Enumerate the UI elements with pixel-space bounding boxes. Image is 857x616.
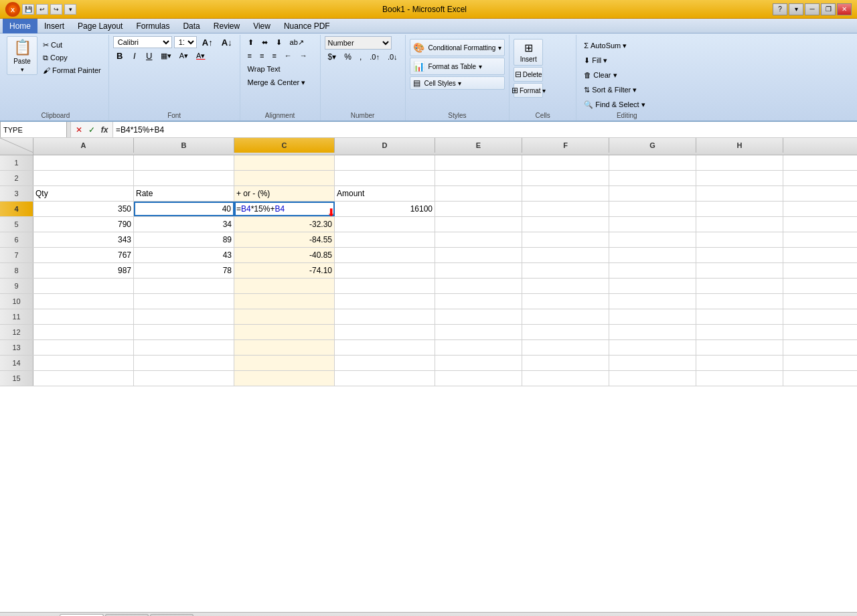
col-header-a[interactable]: A <box>33 138 134 153</box>
cell-f7[interactable] <box>522 248 609 262</box>
row-num-11[interactable]: 11 <box>0 309 33 324</box>
cell-b15[interactable] <box>134 371 234 386</box>
currency-btn[interactable]: $▾ <box>325 51 340 63</box>
cell-a4[interactable]: 350 <box>33 202 134 216</box>
cell-e15[interactable] <box>435 371 522 386</box>
cell-e4[interactable] <box>435 202 522 216</box>
row-num-13[interactable]: 13 <box>0 340 33 355</box>
cell-b6[interactable]: 89 <box>134 232 234 247</box>
cell-c3[interactable]: + or - (%) <box>234 186 335 201</box>
align-center-btn[interactable]: ≡ <box>256 50 267 62</box>
cell-a15[interactable] <box>33 371 134 386</box>
row-num-4[interactable]: 4 <box>0 202 33 216</box>
font-color-button[interactable]: A▾ <box>193 50 208 62</box>
cell-styles-btn[interactable]: ▤ Cell Styles ▾ <box>410 76 505 90</box>
cell-c1[interactable] <box>234 155 335 170</box>
cell-h8[interactable] <box>696 263 783 278</box>
cell-a13[interactable] <box>33 340 134 355</box>
cell-g7[interactable] <box>609 248 696 262</box>
cell-b1[interactable] <box>134 155 234 170</box>
cell-d1[interactable] <box>335 155 435 170</box>
row-num-9[interactable]: 9 <box>0 279 33 293</box>
row-num-14[interactable]: 14 <box>0 356 33 370</box>
cell-c14[interactable] <box>234 356 335 370</box>
menu-page-layout[interactable]: Page Layout <box>71 19 129 33</box>
cell-c13[interactable] <box>234 340 335 355</box>
cell-f2[interactable] <box>522 171 609 185</box>
insert-btn[interactable]: ⊞ Insert <box>514 39 543 66</box>
cell-a11[interactable] <box>33 309 134 324</box>
align-left-btn[interactable]: ≡ <box>244 50 255 62</box>
cell-b11[interactable] <box>134 309 234 324</box>
ribbon-toggle-btn[interactable]: ▾ <box>789 3 803 15</box>
delete-btn[interactable]: ⊟ Delete <box>514 67 543 82</box>
cell-a12[interactable] <box>33 325 134 339</box>
format-as-table-btn[interactable]: 📊 Format as Table ▾ <box>410 58 505 75</box>
row-num-2[interactable]: 2 <box>0 171 33 185</box>
cell-e12[interactable] <box>435 325 522 339</box>
cell-g11[interactable] <box>609 309 696 324</box>
customize-quick-btn[interactable]: ▾ <box>64 4 76 15</box>
cell-h1[interactable] <box>696 155 783 170</box>
decrease-decimal-btn[interactable]: .0↓ <box>384 51 401 63</box>
font-name-select[interactable]: Calibri <box>113 36 172 48</box>
col-header-g[interactable]: G <box>609 138 696 153</box>
cell-g10[interactable] <box>609 294 696 309</box>
cell-f1[interactable] <box>522 155 609 170</box>
cell-b2[interactable] <box>134 171 234 185</box>
cell-e3[interactable] <box>435 186 522 201</box>
col-header-b[interactable]: B <box>134 138 234 153</box>
cell-h12[interactable] <box>696 325 783 339</box>
cell-c6[interactable]: -84.55 <box>234 232 335 247</box>
orientation-btn[interactable]: ab↗ <box>287 36 307 48</box>
cell-c2[interactable] <box>234 171 335 185</box>
cell-a9[interactable] <box>33 279 134 293</box>
cell-b8[interactable]: 78 <box>134 263 234 278</box>
cell-h7[interactable] <box>696 248 783 262</box>
fill-btn[interactable]: ⬇ Fill ▾ <box>580 54 611 67</box>
format-btn[interactable]: ⊞ Format ▾ <box>514 83 543 98</box>
row-num-7[interactable]: 7 <box>0 248 33 262</box>
col-header-f[interactable]: F <box>522 138 609 153</box>
save-quick-btn[interactable]: 💾 <box>22 4 34 15</box>
cell-f6[interactable] <box>522 232 609 247</box>
bold-button[interactable]: B <box>113 50 127 62</box>
undo-quick-btn[interactable]: ↩ <box>36 4 48 15</box>
cell-g9[interactable] <box>609 279 696 293</box>
cell-b10[interactable] <box>134 294 234 309</box>
cell-e14[interactable] <box>435 356 522 370</box>
formula-fx-icon[interactable]: fx <box>99 125 110 135</box>
cell-d7[interactable] <box>335 248 435 262</box>
cell-g5[interactable] <box>609 217 696 232</box>
cell-d9[interactable] <box>335 279 435 293</box>
cell-b4[interactable]: 40 <box>134 202 234 216</box>
col-header-d[interactable]: D <box>335 138 435 153</box>
cell-c11[interactable] <box>234 309 335 324</box>
cell-c10[interactable] <box>234 294 335 309</box>
increase-decimal-btn[interactable]: .0↑ <box>366 51 383 63</box>
cell-f15[interactable] <box>522 371 609 386</box>
cell-b12[interactable] <box>134 325 234 339</box>
redo-quick-btn[interactable]: ↪ <box>50 4 62 15</box>
cell-d5[interactable] <box>335 217 435 232</box>
cell-f3[interactable] <box>522 186 609 201</box>
cell-e13[interactable] <box>435 340 522 355</box>
cell-e10[interactable] <box>435 294 522 309</box>
border-button[interactable]: ▦▾ <box>157 50 175 62</box>
corner-cell[interactable] <box>0 138 33 155</box>
cell-f11[interactable] <box>522 309 609 324</box>
cell-d4[interactable]: 16100 <box>335 202 435 216</box>
cell-h9[interactable] <box>696 279 783 293</box>
cell-f8[interactable] <box>522 263 609 278</box>
cell-c4[interactable]: =B4*15%+B4 ⬇ <box>234 202 335 216</box>
row-num-5[interactable]: 5 <box>0 217 33 232</box>
align-top-btn[interactable]: ⬆ <box>244 36 257 48</box>
cell-a2[interactable] <box>33 171 134 185</box>
cell-b13[interactable] <box>134 340 234 355</box>
row-num-15[interactable]: 15 <box>0 371 33 386</box>
cell-a10[interactable] <box>33 294 134 309</box>
cell-h4[interactable] <box>696 202 783 216</box>
cell-f10[interactable] <box>522 294 609 309</box>
cell-d14[interactable] <box>335 356 435 370</box>
row-num-12[interactable]: 12 <box>0 325 33 339</box>
